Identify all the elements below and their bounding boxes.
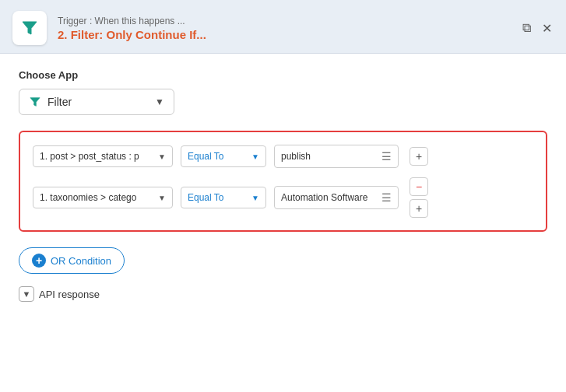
choose-app-label: Choose App	[19, 69, 547, 81]
header-actions: ⧉ ✕	[521, 19, 554, 37]
main-content: Choose App Filter ▼ 1. post > post_statu…	[0, 54, 566, 392]
operator-select-2[interactable]: Equal To ▼	[181, 187, 266, 208]
row-actions-2: − +	[410, 177, 428, 218]
api-response-label: API response	[39, 289, 100, 300]
header-text: Trigger : When this happens ... 2. Filte…	[58, 16, 206, 41]
close-button[interactable]: ✕	[540, 19, 554, 37]
operator-select-1[interactable]: Equal To ▼	[181, 145, 266, 167]
header: Trigger : When this happens ... 2. Filte…	[0, 0, 566, 54]
api-response-row[interactable]: ▼ API response	[19, 286, 547, 302]
condition-row: 1. post > post_status : p ▼ Equal To ▼ p…	[33, 145, 533, 168]
add-condition-btn-1[interactable]: +	[410, 147, 428, 166]
field-select-1-text: 1. post > post_status : p	[40, 151, 155, 162]
close-icon: ✕	[542, 22, 552, 35]
app-selector[interactable]: Filter ▼	[19, 89, 174, 115]
or-condition-button[interactable]: + OR Condition	[19, 247, 125, 274]
field-select-1[interactable]: 1. post > post_status : p ▼	[33, 145, 173, 167]
api-response-chevron-icon: ▼	[19, 286, 34, 302]
field-select-2[interactable]: 1. taxonomies > catego ▼	[33, 187, 173, 208]
value-field-1: publish ☰	[274, 145, 399, 168]
menu-icon-1[interactable]: ☰	[381, 150, 392, 163]
copy-button[interactable]: ⧉	[521, 19, 533, 37]
or-condition-label: OR Condition	[51, 255, 111, 267]
operator-select-2-text: Equal To	[188, 192, 248, 203]
value-text-1: publish	[281, 151, 378, 162]
filter-icon-wrapper	[12, 11, 47, 45]
step-desc: Only Continue If...	[107, 28, 206, 41]
app-filter-icon	[29, 96, 41, 108]
field-select-1-chevron: ▼	[158, 152, 166, 161]
operator-chevron-2: ▼	[251, 194, 259, 202]
step-label: 2. Filter:	[58, 28, 103, 41]
app-name: Filter	[47, 96, 149, 108]
header-left: Trigger : When this happens ... 2. Filte…	[12, 11, 206, 45]
menu-icon-2[interactable]: ☰	[381, 191, 392, 204]
operator-select-1-text: Equal To	[188, 151, 248, 162]
copy-icon: ⧉	[522, 21, 531, 34]
remove-condition-btn[interactable]: −	[410, 177, 428, 196]
step-title: 2. Filter: Only Continue If...	[58, 28, 206, 41]
value-field-2: Automation Software ☰	[274, 186, 399, 209]
condition-row-2: 1. taxonomies > catego ▼ Equal To ▼ Auto…	[33, 177, 533, 218]
operator-chevron-1: ▼	[251, 152, 259, 161]
plus-circle-icon: +	[32, 254, 46, 268]
chevron-down-icon: ▼	[155, 96, 164, 107]
field-select-2-text: 1. taxonomies > catego	[40, 192, 155, 203]
value-text-2: Automation Software	[281, 192, 378, 203]
field-select-2-chevron: ▼	[158, 194, 166, 202]
filter-icon	[20, 19, 39, 37]
trigger-label: Trigger : When this happens ...	[58, 16, 206, 26]
row-actions-1: +	[410, 147, 428, 166]
add-condition-btn-2[interactable]: +	[410, 199, 428, 218]
conditions-box: 1. post > post_status : p ▼ Equal To ▼ p…	[19, 131, 547, 232]
